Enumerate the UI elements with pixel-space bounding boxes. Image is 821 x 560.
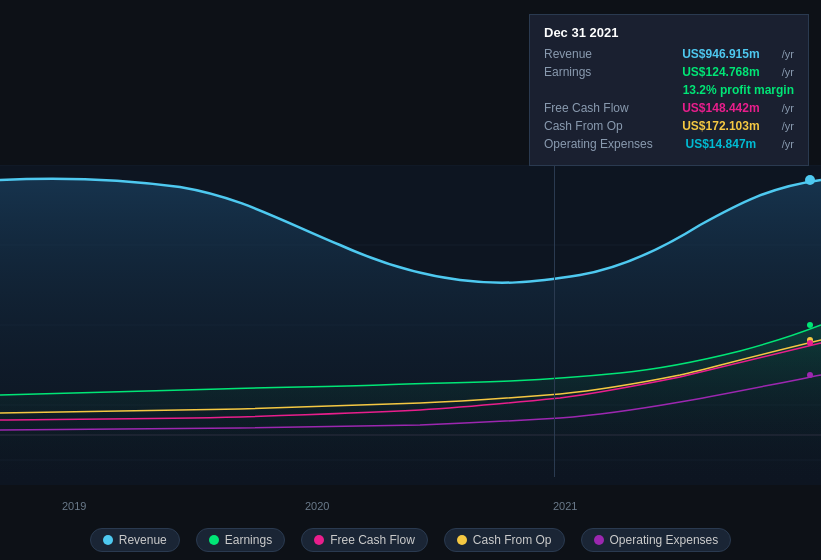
tooltip-cfo-row: Cash From Op US$172.103m /yr bbox=[544, 119, 794, 133]
cfo-legend-dot bbox=[457, 535, 467, 545]
tooltip-fcf-row: Free Cash Flow US$148.442m /yr bbox=[544, 101, 794, 115]
tooltip-cfo-unit: /yr bbox=[782, 120, 794, 132]
profit-margin-row: 13.2% profit margin bbox=[544, 83, 794, 97]
earnings-legend-label: Earnings bbox=[225, 533, 272, 547]
revenue-dot bbox=[805, 175, 815, 185]
chart-svg bbox=[0, 165, 821, 485]
chart-divider bbox=[554, 165, 555, 477]
revenue-legend-label: Revenue bbox=[119, 533, 167, 547]
tooltip-panel: Dec 31 2021 Revenue US$946.915m /yr Earn… bbox=[529, 14, 809, 166]
x-label-2020: 2020 bbox=[305, 500, 329, 512]
tooltip-fcf-label: Free Cash Flow bbox=[544, 101, 664, 115]
x-label-2021: 2021 bbox=[553, 500, 577, 512]
tooltip-revenue-value: US$946.915m bbox=[682, 47, 759, 61]
cfo-legend-label: Cash From Op bbox=[473, 533, 552, 547]
legend-item-opex[interactable]: Operating Expenses bbox=[581, 528, 732, 552]
earnings-dot bbox=[807, 322, 813, 328]
tooltip-fcf-value: US$148.442m bbox=[682, 101, 759, 115]
tooltip-opex-row: Operating Expenses US$14.847m /yr bbox=[544, 137, 794, 151]
legend-item-revenue[interactable]: Revenue bbox=[90, 528, 180, 552]
profit-margin-pct: 13.2% bbox=[683, 83, 717, 97]
tooltip-cfo-value: US$172.103m bbox=[682, 119, 759, 133]
opex-dot bbox=[807, 372, 813, 378]
earnings-legend-dot bbox=[209, 535, 219, 545]
tooltip-date: Dec 31 2021 bbox=[544, 25, 794, 40]
tooltip-opex-label: Operating Expenses bbox=[544, 137, 664, 151]
tooltip-earnings-unit: /yr bbox=[782, 66, 794, 78]
tooltip-opex-value: US$14.847m bbox=[686, 137, 757, 151]
legend: Revenue Earnings Free Cash Flow Cash Fro… bbox=[0, 528, 821, 552]
opex-legend-dot bbox=[594, 535, 604, 545]
tooltip-earnings-label: Earnings bbox=[544, 65, 664, 79]
x-label-2019: 2019 bbox=[62, 500, 86, 512]
tooltip-revenue-label: Revenue bbox=[544, 47, 664, 61]
fcf-legend-dot bbox=[314, 535, 324, 545]
tooltip-revenue-unit: /yr bbox=[782, 48, 794, 60]
profit-margin-text: 13.2% profit margin bbox=[683, 83, 794, 97]
legend-item-fcf[interactable]: Free Cash Flow bbox=[301, 528, 428, 552]
profit-margin-label: profit margin bbox=[720, 83, 794, 97]
opex-legend-label: Operating Expenses bbox=[610, 533, 719, 547]
tooltip-earnings-row: Earnings US$124.768m /yr bbox=[544, 65, 794, 79]
tooltip-opex-unit: /yr bbox=[782, 138, 794, 150]
legend-item-cfo[interactable]: Cash From Op bbox=[444, 528, 565, 552]
tooltip-cfo-label: Cash From Op bbox=[544, 119, 664, 133]
fcf-dot bbox=[807, 340, 813, 346]
tooltip-earnings-value: US$124.768m bbox=[682, 65, 759, 79]
tooltip-revenue-row: Revenue US$946.915m /yr bbox=[544, 47, 794, 61]
revenue-legend-dot bbox=[103, 535, 113, 545]
legend-item-earnings[interactable]: Earnings bbox=[196, 528, 285, 552]
tooltip-fcf-unit: /yr bbox=[782, 102, 794, 114]
fcf-legend-label: Free Cash Flow bbox=[330, 533, 415, 547]
